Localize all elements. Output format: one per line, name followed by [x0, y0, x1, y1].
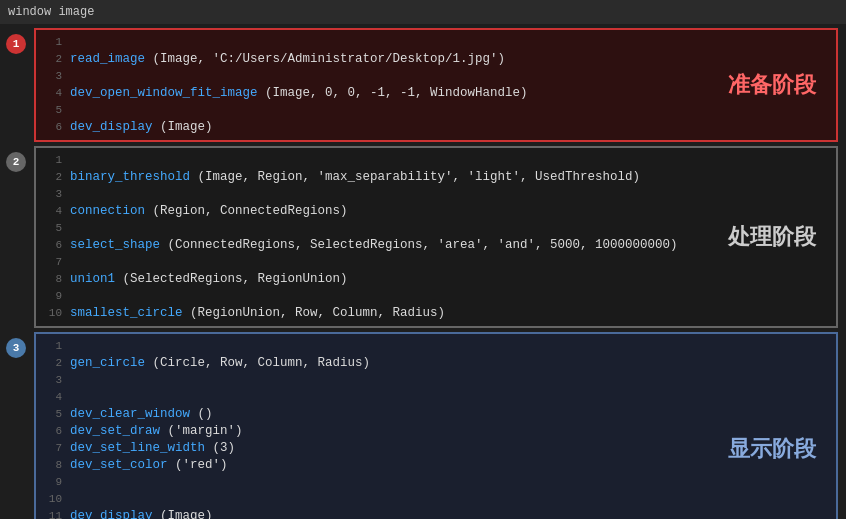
code-line: 2binary_threshold (Image, Region, 'max_s…	[44, 169, 828, 186]
line-number: 3	[44, 68, 62, 85]
line-number: 5	[44, 102, 62, 119]
line-number: 8	[44, 457, 62, 474]
code-panel-2: 处理阶段12binary_threshold (Image, Region, '…	[34, 146, 838, 328]
code-line: 7	[44, 254, 828, 271]
line-code: gen_circle (Circle, Row, Column, Radius)	[70, 355, 370, 372]
line-code: read_image (Image, 'C:/Users/Administrat…	[70, 51, 505, 68]
code-line: 9	[44, 474, 828, 491]
line-number: 7	[44, 254, 62, 271]
section-1: 1准备阶段12read_image (Image, 'C:/Users/Admi…	[34, 28, 838, 142]
line-number: 2	[44, 51, 62, 68]
section-3: 3显示阶段12gen_circle (Circle, Row, Column, …	[34, 332, 838, 519]
line-code: dev_display (Image)	[70, 508, 213, 519]
window-image-label: window image	[8, 5, 94, 19]
code-line: 5	[44, 220, 828, 237]
line-number: 11	[44, 508, 62, 519]
code-panel-1: 准备阶段12read_image (Image, 'C:/Users/Admin…	[34, 28, 838, 142]
code-line: 7dev_set_line_width (3)	[44, 440, 828, 457]
line-number: 3	[44, 372, 62, 389]
code-line: 3	[44, 372, 828, 389]
line-number: 1	[44, 338, 62, 355]
line-number: 6	[44, 119, 62, 136]
code-line: 4dev_open_window_fit_image (Image, 0, 0,…	[44, 85, 828, 102]
line-number: 9	[44, 288, 62, 305]
line-number: 5	[44, 406, 62, 423]
line-number: 10	[44, 491, 62, 508]
line-code: smallest_circle (RegionUnion, Row, Colum…	[70, 305, 445, 322]
line-number: 4	[44, 85, 62, 102]
line-code: dev_set_line_width (3)	[70, 440, 235, 457]
line-number: 1	[44, 152, 62, 169]
line-number: 7	[44, 440, 62, 457]
code-line: 11dev_display (Image)	[44, 508, 828, 519]
line-code: dev_set_draw ('margin')	[70, 423, 243, 440]
section-num-2: 2	[6, 152, 26, 172]
code-line: 4connection (Region, ConnectedRegions)	[44, 203, 828, 220]
top-bar: window image	[0, 0, 846, 24]
code-line: 2gen_circle (Circle, Row, Column, Radius…	[44, 355, 828, 372]
code-line: 3	[44, 68, 828, 85]
code-line: 3	[44, 186, 828, 203]
line-code: dev_open_window_fit_image (Image, 0, 0, …	[70, 85, 528, 102]
line-code: dev_set_color ('red')	[70, 457, 228, 474]
code-line: 2read_image (Image, 'C:/Users/Administra…	[44, 51, 828, 68]
code-line: 10smallest_circle (RegionUnion, Row, Col…	[44, 305, 828, 322]
line-number: 10	[44, 305, 62, 322]
line-number: 1	[44, 34, 62, 51]
code-line: 8union1 (SelectedRegions, RegionUnion)	[44, 271, 828, 288]
code-line: 6dev_set_draw ('margin')	[44, 423, 828, 440]
code-line: 4	[44, 389, 828, 406]
sections-container: 1准备阶段12read_image (Image, 'C:/Users/Admi…	[0, 24, 846, 519]
line-number: 2	[44, 355, 62, 372]
code-line: 10	[44, 491, 828, 508]
code-line: 9	[44, 288, 828, 305]
line-code: binary_threshold (Image, Region, 'max_se…	[70, 169, 640, 186]
section-num-1: 1	[6, 34, 26, 54]
line-number: 8	[44, 271, 62, 288]
section-2: 2处理阶段12binary_threshold (Image, Region, …	[34, 146, 838, 328]
line-code: dev_display (Image)	[70, 119, 213, 136]
line-number: 6	[44, 423, 62, 440]
code-line: 1	[44, 152, 828, 169]
line-number: 5	[44, 220, 62, 237]
code-line: 6dev_display (Image)	[44, 119, 828, 136]
code-line: 5dev_clear_window ()	[44, 406, 828, 423]
section-num-3: 3	[6, 338, 26, 358]
code-panel-3: 显示阶段12gen_circle (Circle, Row, Column, R…	[34, 332, 838, 519]
code-line: 5	[44, 102, 828, 119]
line-code: connection (Region, ConnectedRegions)	[70, 203, 348, 220]
line-code: select_shape (ConnectedRegions, Selected…	[70, 237, 678, 254]
main-container: window image 1准备阶段12read_image (Image, '…	[0, 0, 846, 519]
line-code: dev_clear_window ()	[70, 406, 213, 423]
line-number: 4	[44, 389, 62, 406]
line-number: 9	[44, 474, 62, 491]
line-number: 6	[44, 237, 62, 254]
code-line: 6select_shape (ConnectedRegions, Selecte…	[44, 237, 828, 254]
line-number: 4	[44, 203, 62, 220]
line-code: union1 (SelectedRegions, RegionUnion)	[70, 271, 348, 288]
line-number: 2	[44, 169, 62, 186]
code-line: 8dev_set_color ('red')	[44, 457, 828, 474]
code-line: 1	[44, 338, 828, 355]
code-line: 1	[44, 34, 828, 51]
line-number: 3	[44, 186, 62, 203]
